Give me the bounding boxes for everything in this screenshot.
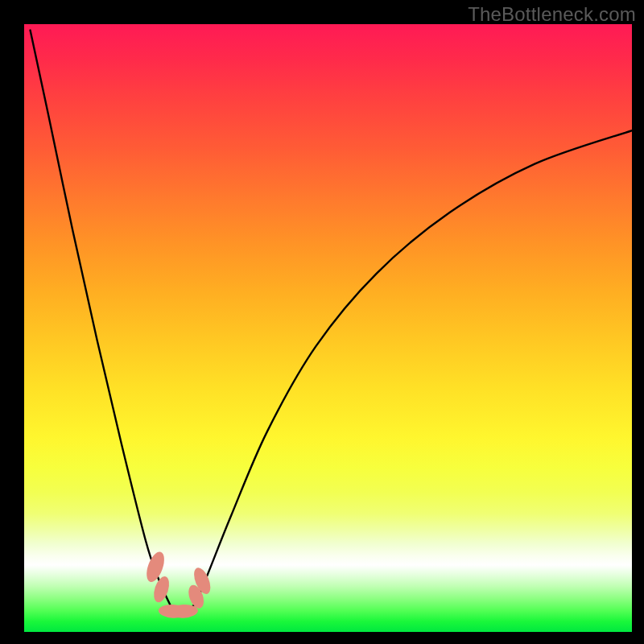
curve-series	[31, 31, 632, 615]
curve-path	[31, 31, 632, 615]
chart-svg	[24, 24, 632, 632]
plot-area	[24, 24, 632, 632]
chart-frame: TheBottleneck.com	[0, 0, 644, 644]
watermark-text: TheBottleneck.com	[468, 3, 636, 26]
markers-group	[143, 550, 214, 619]
